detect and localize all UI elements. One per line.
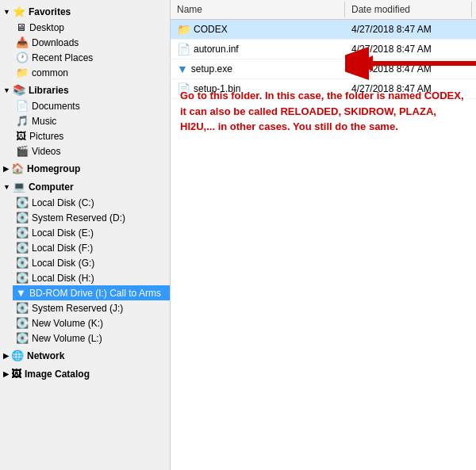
- disk-h-icon: 💽: [16, 272, 29, 284]
- sidebar-item-pictures[interactable]: 🖼 Pictures: [13, 128, 170, 143]
- network-arrow: ▶: [3, 352, 9, 360]
- codex-name-cell: 📁 CODEX: [171, 21, 345, 37]
- autorun-name-cell: 📄 autorun.inf: [171, 41, 345, 57]
- sidebar-item-local-disk-e[interactable]: 💽 Local Disk (E:): [13, 225, 170, 240]
- annotation-area: Go to this folder. In this case, the fol…: [171, 75, 476, 470]
- sidebar-item-local-disk-h[interactable]: 💽 Local Disk (H:): [13, 270, 170, 285]
- desktop-label: Desktop: [29, 22, 64, 33]
- disk-f-icon: 💽: [16, 242, 29, 254]
- codex-date-cell: 4/27/2018 8:47 AM: [345, 22, 472, 36]
- red-arrow: [345, 44, 476, 83]
- music-label: Music: [32, 116, 56, 127]
- computer-header[interactable]: ▼ 💻 Computer: [0, 178, 170, 195]
- sidebar-item-downloads[interactable]: 📥 Downloads: [13, 35, 170, 50]
- homegroup-label: Homegroup: [27, 163, 80, 174]
- disk-f-label: Local Disk (F:): [32, 243, 93, 254]
- setup-exe-name: setup.exe: [191, 63, 232, 75]
- downloads-icon: 📥: [16, 36, 29, 48]
- image-catalog-icon: 🖼: [11, 368, 21, 380]
- favorites-arrow: ▼: [3, 8, 10, 16]
- sidebar-item-desktop[interactable]: 🖥 Desktop: [13, 20, 170, 35]
- libraries-icon: 📚: [13, 84, 25, 96]
- sidebar-item-new-volume-l[interactable]: 💽 New Volume (L:): [13, 331, 170, 346]
- annotation-text: Go to this folder. In this case, the fol…: [180, 88, 466, 135]
- file-row-codex[interactable]: 📁 CODEX 4/27/2018 8:47 AM File f: [171, 20, 476, 40]
- homegroup-header[interactable]: ▶ 🏠 Homegroup: [0, 160, 170, 177]
- bdrom-label: BD-ROM Drive (I:) Call to Arms: [29, 288, 161, 299]
- computer-section: ▼ 💻 Computer 💽 Local Disk (C:) 💽 System …: [0, 178, 170, 346]
- pictures-icon: 🖼: [16, 130, 26, 142]
- homegroup-section: ▶ 🏠 Homegroup: [0, 160, 170, 177]
- computer-arrow: ▼: [3, 183, 10, 191]
- documents-label: Documents: [32, 101, 80, 112]
- documents-icon: 📄: [16, 100, 29, 112]
- computer-icon: 💻: [13, 181, 25, 193]
- homegroup-icon: 🏠: [11, 162, 24, 174]
- favorites-header[interactable]: ▼ ⭐ Favorites: [0, 3, 170, 20]
- col-type-header[interactable]: Type: [472, 2, 476, 17]
- videos-icon: 🎬: [16, 145, 29, 157]
- libraries-children: 📄 Documents 🎵 Music 🖼 Pictures 🎬 Videos: [0, 98, 170, 159]
- disk-l-icon: 💽: [16, 332, 29, 344]
- sidebar-item-videos[interactable]: 🎬 Videos: [13, 143, 170, 159]
- libraries-arrow: ▼: [3, 86, 10, 94]
- favorites-children: 🖥 Desktop 📥 Downloads 🕐 Recent Places 📁 …: [0, 20, 170, 80]
- common-label: common: [32, 67, 68, 78]
- col-name-header[interactable]: Name: [171, 2, 345, 17]
- codex-name: CODEX: [194, 24, 228, 35]
- setup-exe-icon: ▼: [177, 63, 188, 75]
- pictures-label: Pictures: [29, 131, 63, 142]
- sidebar: ▼ ⭐ Favorites 🖥 Desktop 📥 Downloads 🕐 Re…: [0, 0, 171, 470]
- videos-label: Videos: [32, 146, 60, 157]
- recent-places-icon: 🕐: [16, 52, 29, 63]
- file-list-header: Name Date modified Type: [171, 0, 476, 20]
- recent-places-label: Recent Places: [32, 52, 93, 63]
- image-catalog-arrow: ▶: [3, 370, 9, 378]
- homegroup-arrow: ▶: [3, 165, 9, 173]
- sidebar-item-system-reserved-j[interactable]: 💽 System Reserved (J:): [13, 300, 170, 315]
- image-catalog-section: ▶ 🖼 Image Catalog: [0, 365, 170, 382]
- disk-g-icon: 💽: [16, 257, 29, 269]
- favorites-label: Favorites: [29, 6, 71, 17]
- sidebar-item-documents[interactable]: 📄 Documents: [13, 98, 170, 113]
- network-icon: 🌐: [11, 350, 24, 361]
- sidebar-item-bdrom-i[interactable]: ▼ BD-ROM Drive (I:) Call to Arms: [13, 285, 170, 300]
- disk-e-icon: 💽: [16, 227, 29, 239]
- sidebar-item-music[interactable]: 🎵 Music: [13, 113, 170, 128]
- desktop-icon: 🖥: [16, 21, 26, 33]
- autorun-name: autorun.inf: [194, 44, 239, 55]
- disk-e-label: Local Disk (E:): [32, 227, 94, 239]
- sidebar-item-local-disk-f[interactable]: 💽 Local Disk (F:): [13, 240, 170, 255]
- network-label: Network: [27, 350, 64, 361]
- sidebar-item-common[interactable]: 📁 common: [13, 65, 170, 80]
- network-header[interactable]: ▶ 🌐 Network: [0, 347, 170, 364]
- disk-c-icon: 💽: [16, 197, 29, 208]
- main-content: Name Date modified Type 📁 CODEX 4/27/201…: [171, 0, 476, 470]
- downloads-label: Downloads: [32, 37, 79, 48]
- codex-type-cell: File f: [472, 22, 476, 36]
- autorun-file-icon: 📄: [177, 43, 190, 55]
- sidebar-item-local-disk-c[interactable]: 💽 Local Disk (C:): [13, 195, 170, 210]
- computer-children: 💽 Local Disk (C:) 💽 System Reserved (D:)…: [0, 195, 170, 346]
- disk-j-label: System Reserved (J:): [32, 303, 123, 314]
- libraries-label: Libraries: [29, 85, 69, 96]
- image-catalog-label: Image Catalog: [25, 369, 90, 380]
- sidebar-item-new-volume-k[interactable]: 💽 New Volume (K:): [13, 315, 170, 331]
- disk-c-label: Local Disk (C:): [32, 197, 94, 208]
- computer-label: Computer: [29, 182, 74, 193]
- disk-h-label: Local Disk (H:): [32, 273, 94, 284]
- col-date-header[interactable]: Date modified: [345, 2, 472, 17]
- network-section: ▶ 🌐 Network: [0, 347, 170, 364]
- disk-g-label: Local Disk (G:): [32, 258, 94, 269]
- sidebar-item-recent-places[interactable]: 🕐 Recent Places: [13, 50, 170, 65]
- libraries-header[interactable]: ▼ 📚 Libraries: [0, 82, 170, 98]
- sidebar-item-local-disk-g[interactable]: 💽 Local Disk (G:): [13, 255, 170, 270]
- disk-k-icon: 💽: [16, 317, 29, 329]
- codex-folder-icon: 📁: [177, 23, 190, 36]
- image-catalog-header[interactable]: ▶ 🖼 Image Catalog: [0, 365, 170, 382]
- bdrom-icon: ▼: [16, 287, 26, 299]
- music-icon: 🎵: [16, 115, 29, 127]
- setup-exe-name-cell: ▼ setup.exe: [171, 61, 345, 77]
- sidebar-item-system-reserved-d[interactable]: 💽 System Reserved (D:): [13, 210, 170, 225]
- disk-k-label: New Volume (K:): [32, 318, 103, 329]
